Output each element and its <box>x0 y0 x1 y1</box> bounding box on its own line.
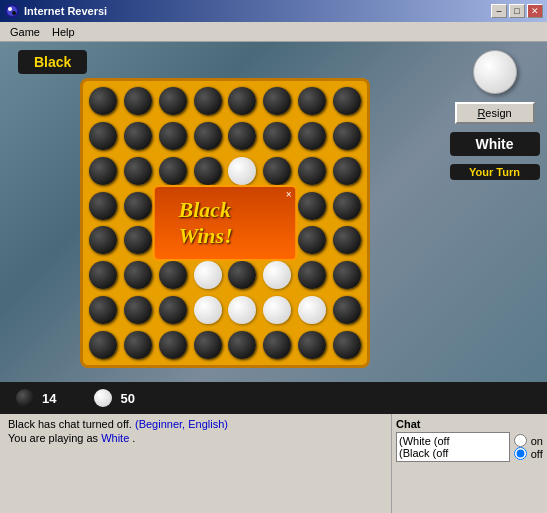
board-cell[interactable] <box>157 328 190 361</box>
board-cell[interactable] <box>122 259 155 292</box>
black-piece <box>263 87 291 115</box>
board-cell[interactable] <box>330 155 363 188</box>
status-area: Black has chat turned off. (Beginner, En… <box>0 414 392 513</box>
board-cell[interactable] <box>226 259 259 292</box>
black-piece <box>159 331 187 359</box>
minimize-button[interactable]: – <box>491 4 507 18</box>
board-cell[interactable] <box>261 120 294 153</box>
maximize-button[interactable]: □ <box>509 4 525 18</box>
status-line1-link[interactable]: (Beginner, English) <box>135 418 228 430</box>
chat-line-2: (Black (off <box>399 447 507 459</box>
board-cell[interactable] <box>87 294 120 327</box>
board-cell[interactable] <box>87 155 120 188</box>
black-piece <box>298 261 326 289</box>
white-player-label: White <box>450 132 540 156</box>
board-cell[interactable] <box>330 224 363 257</box>
board-cell[interactable] <box>157 155 190 188</box>
board-cell[interactable] <box>261 259 294 292</box>
black-piece <box>89 157 117 185</box>
right-panel: Resign White Your Turn <box>442 42 547 382</box>
board-cell[interactable] <box>191 259 224 292</box>
black-piece <box>333 87 361 115</box>
board-cell[interactable] <box>191 120 224 153</box>
board-cell[interactable] <box>226 120 259 153</box>
window-controls: – □ ✕ <box>491 4 543 18</box>
board-cell[interactable] <box>191 85 224 118</box>
black-piece <box>124 331 152 359</box>
board-cell[interactable] <box>87 189 120 222</box>
board-cell[interactable] <box>296 85 329 118</box>
board-cell[interactable] <box>87 328 120 361</box>
menu-game[interactable]: Game <box>4 24 46 40</box>
board-cell[interactable] <box>296 259 329 292</box>
board-cell[interactable] <box>296 155 329 188</box>
board-cell[interactable] <box>157 294 190 327</box>
board-cell[interactable] <box>122 224 155 257</box>
board-cell[interactable] <box>122 328 155 361</box>
board-cell[interactable] <box>191 155 224 188</box>
board-cell[interactable] <box>261 155 294 188</box>
bottom-section: Black has chat turned off. (Beginner, En… <box>0 414 547 513</box>
board-cell[interactable] <box>157 120 190 153</box>
chat-label: Chat <box>396 418 543 430</box>
score-black-piece <box>16 389 34 407</box>
chat-radio-off[interactable] <box>514 447 527 460</box>
black-piece <box>124 157 152 185</box>
board-cell[interactable] <box>296 120 329 153</box>
board-cell[interactable] <box>330 85 363 118</box>
board-cell[interactable] <box>157 85 190 118</box>
board-cell[interactable] <box>226 328 259 361</box>
board-cell[interactable] <box>87 259 120 292</box>
resign-underline-r: Resign <box>477 107 511 119</box>
chat-radio-on[interactable] <box>514 434 527 447</box>
black-piece <box>159 261 187 289</box>
board-cell[interactable] <box>330 259 363 292</box>
board-cell[interactable] <box>261 294 294 327</box>
board-cell[interactable] <box>226 294 259 327</box>
board-cell[interactable] <box>296 224 329 257</box>
board-cell[interactable] <box>261 328 294 361</box>
black-piece <box>194 87 222 115</box>
menu-help[interactable]: Help <box>46 24 81 40</box>
board-cell[interactable] <box>122 85 155 118</box>
chat-radio-on-row: on <box>514 434 543 447</box>
board-cell[interactable] <box>122 294 155 327</box>
white-piece <box>194 296 222 324</box>
close-button[interactable]: ✕ <box>527 4 543 18</box>
black-piece <box>228 122 256 150</box>
white-piece <box>228 157 256 185</box>
board-cell[interactable] <box>226 85 259 118</box>
white-piece <box>263 261 291 289</box>
black-piece <box>298 122 326 150</box>
board-cell[interactable] <box>296 328 329 361</box>
black-piece <box>228 331 256 359</box>
chat-radio-group: on off <box>514 434 543 462</box>
black-piece <box>159 122 187 150</box>
board-cell[interactable] <box>122 120 155 153</box>
board-cell[interactable] <box>191 328 224 361</box>
board-cell[interactable] <box>87 85 120 118</box>
board-cell[interactable] <box>296 294 329 327</box>
board-cell[interactable] <box>157 259 190 292</box>
svg-point-1 <box>7 6 17 16</box>
board-cell[interactable] <box>330 120 363 153</box>
status-player-link[interactable]: White <box>101 432 129 444</box>
board-cell[interactable] <box>330 189 363 222</box>
board-cell[interactable] <box>261 85 294 118</box>
black-piece <box>89 331 117 359</box>
resign-button[interactable]: Resign <box>455 102 535 124</box>
board-cell[interactable] <box>87 224 120 257</box>
board-cell[interactable] <box>122 155 155 188</box>
status-line1-text: Black has chat turned off. <box>8 418 135 430</box>
board-cell[interactable] <box>296 189 329 222</box>
board-cell[interactable] <box>87 120 120 153</box>
window-title: Internet Reversi <box>24 5 487 17</box>
board-cell[interactable] <box>330 328 363 361</box>
white-piece-preview <box>473 50 517 94</box>
win-close-icon[interactable]: × <box>286 189 292 200</box>
board-cell[interactable] <box>330 294 363 327</box>
board-cell[interactable] <box>191 294 224 327</box>
board-cell[interactable] <box>226 155 259 188</box>
board-cell[interactable] <box>122 189 155 222</box>
black-piece <box>228 261 256 289</box>
